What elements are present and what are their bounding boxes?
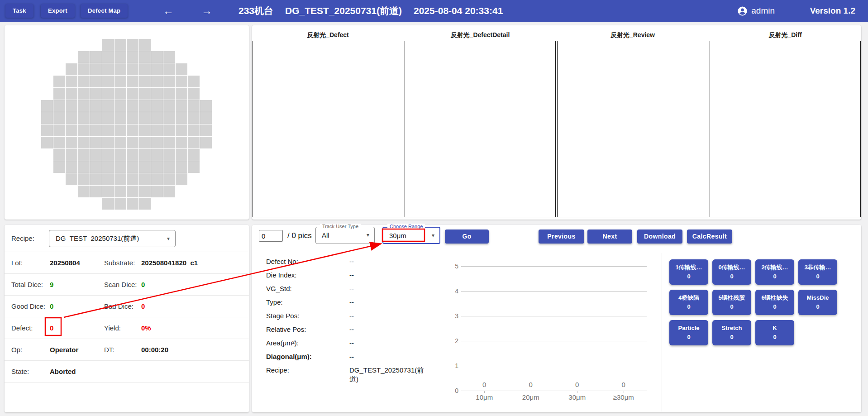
wafer-empty-cell [41,186,53,197]
export-button[interactable]: Export [41,4,75,18]
pic-index-input[interactable] [259,230,283,242]
task-button[interactable]: Task [5,4,33,18]
info-label: Defect: [11,317,33,339]
wafer-die-cell [127,161,138,173]
choose-range-select[interactable]: Choose Range 30μm ▾ [382,227,440,244]
wafer-die-cell [176,137,187,148]
wafer-empty-cell [200,198,212,210]
wafer-die-cell [139,186,151,197]
wafer-die-cell [53,149,65,161]
wafer-map[interactable] [41,39,212,210]
detail-row: VG_Std:-- [252,282,435,296]
detail-value: -- [349,350,425,361]
defect-type-count: 0 [670,333,707,342]
defect-type-button[interactable]: 6铟柱缺失0 [755,290,794,315]
wafer-empty-cell [200,39,212,51]
wafer-die-cell [163,51,175,63]
defect-type-button[interactable]: 3非传输…0 [798,259,837,285]
download-button[interactable]: Download [637,230,682,244]
wafer-die-cell [114,100,126,112]
defect-type-button[interactable]: 2传输线…0 [755,259,794,285]
wafer-empty-cell [200,88,212,100]
chart-ytick-label: 1 [447,361,458,370]
defect-type-button[interactable]: MissDie0 [798,290,837,315]
defect-type-count: 0 [756,272,793,281]
go-button[interactable]: Go [445,230,489,244]
info-value: 0 [141,296,145,317]
defect-type-button[interactable]: K0 [755,320,794,345]
back-arrow-icon[interactable]: ← [163,0,174,22]
wafer-die-cell [188,124,200,136]
info-value: 00:00:20 [141,339,168,361]
info-label: Substrate: [104,252,135,274]
defect-type-label: 2传输线… [756,263,793,272]
defect-type-button[interactable]: 4桥缺陷0 [669,290,708,315]
previous-button[interactable]: Previous [539,230,584,244]
wafer-empty-cell [188,63,200,75]
info-value: 0 [50,317,53,339]
defect-type-button[interactable]: Particle0 [669,320,708,345]
defect-type-button[interactable]: 5铟柱残胶0 [712,290,751,315]
divider [662,253,662,411]
recipe-select[interactable]: DG_TEST_20250731(前道) ▾ [49,230,176,247]
wafer-die-cell [53,88,65,100]
wafer-empty-cell [188,51,200,63]
wafer-empty-cell [200,63,212,75]
next-button[interactable]: Next [587,230,632,244]
wafer-die-cell [200,112,212,124]
wafer-die-cell [163,186,175,197]
wafer-die-cell [102,51,114,63]
wafer-die-cell [114,173,126,185]
detail-label: Defect No: [266,255,298,268]
wafer-empty-cell [53,51,65,63]
wafer-empty-cell [200,161,212,173]
defect-type-button[interactable]: 0传输线…0 [712,259,751,285]
wafer-empty-cell [200,51,212,63]
wafer-empty-cell [41,39,53,51]
defect-type-button[interactable]: Stretch0 [712,320,751,345]
calcresult-button[interactable]: CalcResult [687,230,732,244]
chart-ytick-label: 0 [447,386,458,395]
wafer-die-cell [163,173,175,185]
wafer-die-cell [78,124,90,136]
wafer-die-cell [127,173,138,185]
defect-type-label: 0传输线… [713,263,750,272]
track-user-type-select[interactable]: Track User Type All ▾ [315,227,375,244]
wafer-die-cell [78,173,90,185]
wafer-die-cell [66,149,77,161]
choose-range-value: 30μm [389,228,406,244]
pics-count-label: / 0 pics [287,230,312,242]
wafer-die-cell [90,51,102,63]
lot-info-rows: Lot:20250804Substrate:202508041820_c1Tot… [5,252,249,383]
chevron-down-icon: ▾ [432,228,434,244]
wafer-empty-cell [53,63,65,75]
wafer-empty-cell [53,39,65,51]
defect-type-label: 1传输线… [670,263,707,272]
wafer-die-cell [151,88,163,100]
panel-title-review: 反射光_Review [557,31,708,39]
user-menu[interactable]: admin [737,0,775,22]
wafer-die-cell [90,112,102,124]
detail-value: -- [349,309,425,320]
forward-arrow-icon[interactable]: → [201,0,212,22]
wafer-die-cell [66,76,77,87]
wafer-die-cell [66,137,77,148]
defect-map-button[interactable]: Defect Map [81,4,128,18]
detail-row: Diagonal(μm):-- [252,350,435,363]
wafer-die-cell [53,100,65,112]
wafer-die-cell [90,63,102,75]
wafer-die-cell [53,112,65,124]
wafer-die-cell [78,51,90,63]
detail-row: Type:-- [252,296,435,309]
wafer-die-cell [114,63,126,75]
chart-xtick-label: 30μm [558,393,596,402]
wafer-die-cell [102,63,114,75]
detail-value: -- [349,255,425,266]
wafer-die-cell [200,137,212,148]
defect-type-label: 5铟柱残胶 [713,293,750,302]
defect-type-button[interactable]: 1传输线…0 [669,259,708,285]
wafer-die-cell [114,76,126,87]
wafer-empty-cell [41,76,53,87]
detail-label: Recipe: [266,363,289,377]
wafer-die-cell [41,112,53,124]
